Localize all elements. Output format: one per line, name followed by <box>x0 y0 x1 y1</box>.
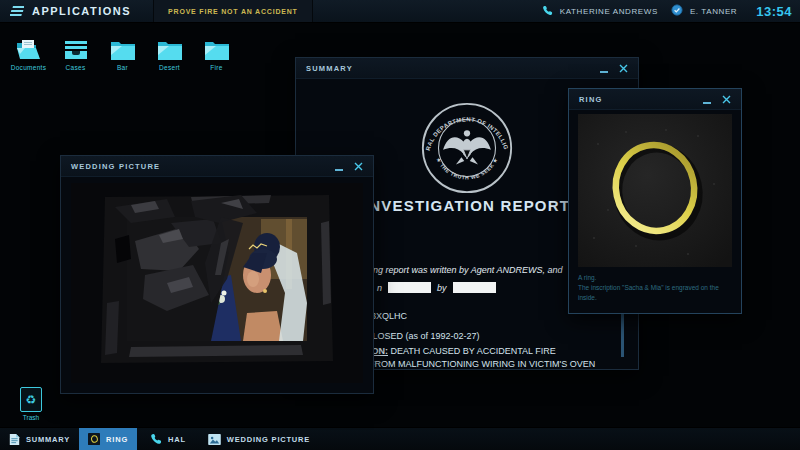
close-button[interactable] <box>722 90 731 108</box>
agent-name[interactable]: E. TANNER <box>690 7 737 16</box>
desktop-icon-desert[interactable]: Desert <box>146 35 193 71</box>
clock: 13:54 <box>756 4 792 19</box>
close-button[interactable] <box>354 157 363 175</box>
applications-menu[interactable]: APPLICATIONS <box>32 5 131 17</box>
close-icon <box>722 95 731 104</box>
objective-banner: PROVE FIRE NOT AN ACCIDENT <box>153 0 313 22</box>
game-desktop: APPLICATIONS PROVE FIRE NOT AN ACCIDENT … <box>0 0 800 450</box>
summary-titlebar[interactable]: SUMMARY <box>296 58 638 79</box>
ring-titlebar[interactable]: RING <box>569 89 741 110</box>
contact-name[interactable]: KATHERINE ANDREWS <box>560 7 658 16</box>
close-icon <box>354 162 363 171</box>
redaction-box <box>388 282 431 293</box>
ring-caption-line1: A ring. <box>578 273 730 283</box>
minimize-icon <box>703 102 711 104</box>
objective-text: PROVE FIRE NOT AN ACCIDENT <box>168 8 298 15</box>
ring-caption: A ring. The inscription "Sacha & Mia" is… <box>578 273 730 303</box>
conclusion-line-2: FROM MALFUNCTIONING WIRING IN VICTIM'S O… <box>369 359 595 369</box>
taskbar-label: SUMMARY <box>26 435 70 444</box>
taskbar-label: HAL <box>168 435 186 444</box>
desktop-icon-cases[interactable]: Cases <box>52 35 99 71</box>
conclusion-line: ION: DEATH CAUSED BY ACCIDENTAL FIRE <box>369 346 556 356</box>
redline-connector: by <box>437 283 447 293</box>
minimize-button[interactable] <box>703 90 711 108</box>
folder-icon <box>157 35 183 61</box>
window-title: RING <box>569 95 603 104</box>
burned-wedding-photo <box>71 183 363 383</box>
desktop-icon-bar[interactable]: Bar <box>99 35 146 71</box>
desktop-icon-documents[interactable]: Documents <box>5 35 52 71</box>
taskbar-item-ring[interactable]: RING <box>79 428 137 450</box>
folder-icon <box>204 35 230 61</box>
phone-icon <box>542 2 553 20</box>
close-icon <box>619 64 628 73</box>
agent-badge-icon <box>671 2 683 20</box>
phone-icon <box>150 433 162 445</box>
tray-stack-icon <box>63 35 89 61</box>
report-byline: ng report was written by Agent ANDREWS, … <box>373 265 562 275</box>
minimize-button[interactable] <box>600 59 608 77</box>
trash-icon-item[interactable]: ♻ Trash <box>20 387 42 421</box>
trash-label: Trash <box>23 414 39 421</box>
report-redacted-line: n by <box>377 282 496 293</box>
close-button[interactable] <box>619 59 628 77</box>
redaction-box <box>453 282 496 293</box>
ring-photo <box>578 114 732 267</box>
taskbar-item-summary[interactable]: SUMMARY <box>0 428 79 450</box>
taskbar-label: RING <box>106 435 128 444</box>
top-bar: APPLICATIONS PROVE FIRE NOT AN ACCIDENT … <box>0 0 800 23</box>
taskbar: SUMMARY RING HAL WEDDING PICTURE <box>0 427 800 450</box>
desktop-icon-fire[interactable]: Fire <box>193 35 240 71</box>
desktop-icon-label: Fire <box>210 64 222 71</box>
conclusion-text: DEATH CAUSED BY ACCIDENTAL FIRE <box>391 346 556 356</box>
taskbar-item-hal[interactable]: HAL <box>141 428 195 450</box>
minimize-button[interactable] <box>335 157 343 175</box>
wedding-picture-window: WEDDING PICTURE <box>60 155 374 394</box>
taskbar-item-wedding-picture[interactable]: WEDDING PICTURE <box>199 428 319 450</box>
desktop-icon-label: Cases <box>66 64 86 71</box>
ring-window: RING <box>568 88 742 314</box>
scrollbar-thumb[interactable] <box>621 313 624 357</box>
window-title: WEDDING PICTURE <box>61 162 160 171</box>
federal-seal: FEDERAL DEPARTMENT OF INTELLIGENCE ★ THE… <box>421 102 513 198</box>
open-folder-icon <box>15 35 43 61</box>
eagle-emblem <box>443 130 491 164</box>
menu-icon <box>10 2 24 20</box>
desktop-icon-label: Desert <box>159 64 180 71</box>
case-code: 3XQLHC <box>371 311 407 321</box>
redline-prefix: n <box>377 283 382 293</box>
desktop-icon-label: Documents <box>11 64 47 71</box>
case-status: CLOSED (as of 1992-02-27) <box>366 331 480 341</box>
topbar-status-area: KATHERINE ANDREWS E. TANNER 13:54 <box>542 2 792 20</box>
desktop-icon-row: Documents Cases Bar Desert Fire <box>5 35 240 71</box>
ring-caption-line2: The inscription "Sacha & Mia" is engrave… <box>578 283 730 303</box>
taskbar-label: WEDDING PICTURE <box>227 435 310 444</box>
desktop-icon-label: Bar <box>117 64 128 71</box>
wedding-titlebar[interactable]: WEDDING PICTURE <box>61 156 373 177</box>
image-icon <box>208 434 221 445</box>
minimize-icon <box>600 71 608 73</box>
minimize-icon <box>335 169 343 171</box>
window-title: SUMMARY <box>296 64 353 73</box>
folder-icon <box>110 35 136 61</box>
recycle-icon: ♻ <box>20 387 42 412</box>
document-icon <box>9 433 20 446</box>
image-thumbnail-icon <box>88 433 100 445</box>
